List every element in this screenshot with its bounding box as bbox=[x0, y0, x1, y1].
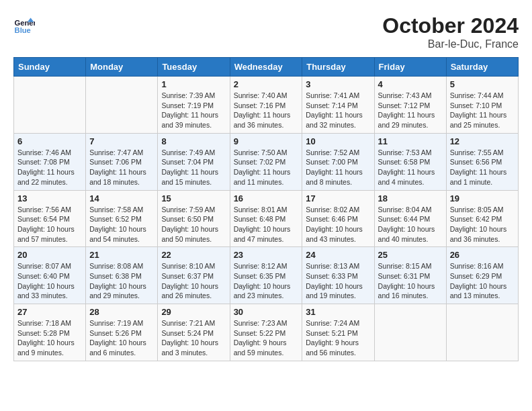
day-detail: Sunrise: 7:53 AMSunset: 6:58 PMDaylight:… bbox=[378, 148, 443, 187]
weekday-header: Monday bbox=[86, 58, 158, 77]
calendar-cell bbox=[14, 77, 86, 134]
day-detail: Sunrise: 8:07 AMSunset: 6:40 PMDaylight:… bbox=[17, 261, 82, 301]
day-detail: Sunrise: 7:47 AMSunset: 7:06 PMDaylight:… bbox=[89, 148, 154, 187]
day-detail: Sunrise: 7:56 AMSunset: 6:54 PMDaylight:… bbox=[17, 205, 82, 244]
day-number: 21 bbox=[89, 250, 154, 260]
day-number: 10 bbox=[306, 136, 370, 146]
day-detail: Sunrise: 7:49 AMSunset: 7:04 PMDaylight:… bbox=[161, 148, 226, 187]
page-header: General Blue October 2024 Bar-le-Duc, Fr… bbox=[13, 13, 519, 50]
day-detail: Sunrise: 7:39 AMSunset: 7:19 PMDaylight:… bbox=[161, 91, 226, 130]
calendar-cell: 9Sunrise: 7:50 AMSunset: 7:02 PMDaylight… bbox=[230, 133, 302, 190]
day-detail: Sunrise: 8:10 AMSunset: 6:37 PMDaylight:… bbox=[161, 261, 226, 301]
calendar-cell bbox=[446, 304, 518, 361]
calendar-cell: 8Sunrise: 7:49 AMSunset: 7:04 PMDaylight… bbox=[158, 133, 230, 190]
day-detail: Sunrise: 7:40 AMSunset: 7:16 PMDaylight:… bbox=[234, 91, 299, 130]
calendar-cell: 7Sunrise: 7:47 AMSunset: 7:06 PMDaylight… bbox=[86, 133, 158, 190]
calendar-cell: 18Sunrise: 8:04 AMSunset: 6:44 PMDayligh… bbox=[374, 190, 446, 247]
calendar-cell: 25Sunrise: 8:15 AMSunset: 6:31 PMDayligh… bbox=[374, 247, 446, 304]
header-row: SundayMondayTuesdayWednesdayThursdayFrid… bbox=[14, 58, 519, 77]
day-number: 8 bbox=[161, 136, 226, 146]
day-detail: Sunrise: 7:41 AMSunset: 7:14 PMDaylight:… bbox=[306, 91, 370, 130]
day-detail: Sunrise: 8:16 AMSunset: 6:29 PMDaylight:… bbox=[450, 261, 515, 301]
day-number: 27 bbox=[17, 307, 82, 317]
calendar-cell: 28Sunrise: 7:19 AMSunset: 5:26 PMDayligh… bbox=[86, 304, 158, 361]
calendar-cell: 13Sunrise: 7:56 AMSunset: 6:54 PMDayligh… bbox=[14, 190, 86, 247]
calendar-cell: 31Sunrise: 7:24 AMSunset: 5:21 PMDayligh… bbox=[302, 304, 374, 361]
calendar-cell: 11Sunrise: 7:53 AMSunset: 6:58 PMDayligh… bbox=[374, 133, 446, 190]
location-title: Bar-le-Duc, France bbox=[382, 38, 519, 50]
day-detail: Sunrise: 8:05 AMSunset: 6:42 PMDaylight:… bbox=[450, 205, 515, 244]
day-number: 1 bbox=[161, 79, 226, 89]
day-number: 3 bbox=[306, 79, 370, 89]
day-detail: Sunrise: 7:58 AMSunset: 6:52 PMDaylight:… bbox=[89, 205, 154, 244]
calendar-cell: 21Sunrise: 8:08 AMSunset: 6:38 PMDayligh… bbox=[86, 247, 158, 304]
logo: General Blue bbox=[13, 13, 35, 35]
calendar-cell bbox=[374, 304, 446, 361]
calendar-cell: 17Sunrise: 8:02 AMSunset: 6:46 PMDayligh… bbox=[302, 190, 374, 247]
day-detail: Sunrise: 7:43 AMSunset: 7:12 PMDaylight:… bbox=[378, 91, 443, 130]
day-detail: Sunrise: 8:02 AMSunset: 6:46 PMDaylight:… bbox=[306, 205, 370, 244]
day-detail: Sunrise: 7:52 AMSunset: 7:00 PMDaylight:… bbox=[306, 148, 370, 187]
calendar-week-row: 13Sunrise: 7:56 AMSunset: 6:54 PMDayligh… bbox=[14, 190, 519, 247]
day-number: 4 bbox=[378, 79, 443, 89]
day-number: 25 bbox=[378, 250, 443, 260]
calendar-week-row: 6Sunrise: 7:46 AMSunset: 7:08 PMDaylight… bbox=[14, 133, 519, 190]
calendar-body: 1Sunrise: 7:39 AMSunset: 7:19 PMDaylight… bbox=[14, 77, 519, 361]
day-number: 26 bbox=[450, 250, 515, 260]
weekday-header: Wednesday bbox=[230, 58, 302, 77]
calendar-cell: 30Sunrise: 7:23 AMSunset: 5:22 PMDayligh… bbox=[230, 304, 302, 361]
calendar-cell: 12Sunrise: 7:55 AMSunset: 6:56 PMDayligh… bbox=[446, 133, 518, 190]
calendar-cell: 1Sunrise: 7:39 AMSunset: 7:19 PMDaylight… bbox=[158, 77, 230, 134]
calendar-cell: 6Sunrise: 7:46 AMSunset: 7:08 PMDaylight… bbox=[14, 133, 86, 190]
title-area: October 2024 Bar-le-Duc, France bbox=[382, 13, 519, 50]
day-number: 28 bbox=[89, 307, 154, 317]
day-number: 6 bbox=[17, 136, 82, 146]
day-number: 31 bbox=[306, 307, 370, 317]
day-detail: Sunrise: 8:12 AMSunset: 6:35 PMDaylight:… bbox=[234, 261, 299, 301]
day-number: 24 bbox=[306, 250, 370, 260]
calendar-cell: 29Sunrise: 7:21 AMSunset: 5:24 PMDayligh… bbox=[158, 304, 230, 361]
day-number: 16 bbox=[234, 193, 299, 203]
calendar-cell: 3Sunrise: 7:41 AMSunset: 7:14 PMDaylight… bbox=[302, 77, 374, 134]
day-number: 23 bbox=[234, 250, 299, 260]
day-number: 12 bbox=[450, 136, 515, 146]
calendar-cell: 22Sunrise: 8:10 AMSunset: 6:37 PMDayligh… bbox=[158, 247, 230, 304]
day-number: 7 bbox=[89, 136, 154, 146]
calendar-cell: 10Sunrise: 7:52 AMSunset: 7:00 PMDayligh… bbox=[302, 133, 374, 190]
weekday-header: Friday bbox=[374, 58, 446, 77]
day-number: 19 bbox=[450, 193, 515, 203]
day-detail: Sunrise: 7:23 AMSunset: 5:22 PMDaylight:… bbox=[234, 318, 299, 358]
calendar-cell: 16Sunrise: 8:01 AMSunset: 6:48 PMDayligh… bbox=[230, 190, 302, 247]
day-detail: Sunrise: 7:24 AMSunset: 5:21 PMDaylight:… bbox=[306, 318, 370, 358]
day-number: 15 bbox=[161, 193, 226, 203]
weekday-header: Tuesday bbox=[158, 58, 230, 77]
calendar-cell: 24Sunrise: 8:13 AMSunset: 6:33 PMDayligh… bbox=[302, 247, 374, 304]
calendar-week-row: 1Sunrise: 7:39 AMSunset: 7:19 PMDaylight… bbox=[14, 77, 519, 134]
calendar-cell: 19Sunrise: 8:05 AMSunset: 6:42 PMDayligh… bbox=[446, 190, 518, 247]
day-number: 20 bbox=[17, 250, 82, 260]
svg-text:Blue: Blue bbox=[15, 26, 31, 34]
weekday-header: Thursday bbox=[302, 58, 374, 77]
day-detail: Sunrise: 8:15 AMSunset: 6:31 PMDaylight:… bbox=[378, 261, 443, 301]
day-number: 17 bbox=[306, 193, 370, 203]
calendar-cell bbox=[86, 77, 158, 134]
day-detail: Sunrise: 8:01 AMSunset: 6:48 PMDaylight:… bbox=[234, 205, 299, 244]
calendar-week-row: 27Sunrise: 7:18 AMSunset: 5:28 PMDayligh… bbox=[14, 304, 519, 361]
day-number: 30 bbox=[234, 307, 299, 317]
calendar-cell: 15Sunrise: 7:59 AMSunset: 6:50 PMDayligh… bbox=[158, 190, 230, 247]
calendar-cell: 26Sunrise: 8:16 AMSunset: 6:29 PMDayligh… bbox=[446, 247, 518, 304]
day-detail: Sunrise: 8:13 AMSunset: 6:33 PMDaylight:… bbox=[306, 261, 370, 301]
day-number: 9 bbox=[234, 136, 299, 146]
weekday-header: Sunday bbox=[14, 58, 86, 77]
day-detail: Sunrise: 7:18 AMSunset: 5:28 PMDaylight:… bbox=[17, 318, 82, 358]
day-number: 5 bbox=[450, 79, 515, 89]
day-detail: Sunrise: 7:50 AMSunset: 7:02 PMDaylight:… bbox=[234, 148, 299, 187]
calendar-table: SundayMondayTuesdayWednesdayThursdayFrid… bbox=[13, 57, 519, 361]
calendar-cell: 23Sunrise: 8:12 AMSunset: 6:35 PMDayligh… bbox=[230, 247, 302, 304]
calendar-header: SundayMondayTuesdayWednesdayThursdayFrid… bbox=[14, 58, 519, 77]
day-number: 14 bbox=[89, 193, 154, 203]
calendar-cell: 5Sunrise: 7:44 AMSunset: 7:10 PMDaylight… bbox=[446, 77, 518, 134]
day-detail: Sunrise: 8:08 AMSunset: 6:38 PMDaylight:… bbox=[89, 261, 154, 301]
day-number: 22 bbox=[161, 250, 226, 260]
day-detail: Sunrise: 8:04 AMSunset: 6:44 PMDaylight:… bbox=[378, 205, 443, 244]
